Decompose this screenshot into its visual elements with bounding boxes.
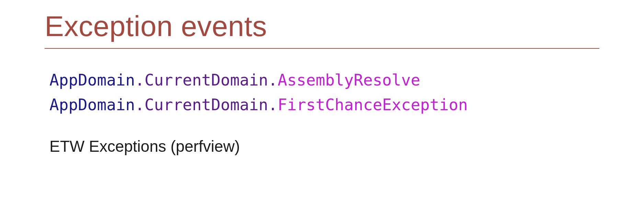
code-token-event: AssemblyResolve [278,71,420,89]
code-token-member: CurrentDomain [145,71,268,89]
code-token-dot: . [268,71,278,89]
code-line-2: AppDomain.CurrentDomain.FirstChanceExcep… [49,93,599,117]
code-token-event: FirstChanceException [278,95,468,114]
body-text: ETW Exceptions (perfview) [45,137,599,156]
slide: Exception events AppDomain.CurrentDomain… [0,0,644,217]
code-token-dot: . [268,95,278,114]
slide-title: Exception events [45,10,599,42]
code-token-type: AppDomain [49,95,135,114]
code-token-dot: . [135,95,145,114]
code-token-member: CurrentDomain [145,95,268,114]
code-block: AppDomain.CurrentDomain.AssemblyResolve … [45,68,599,117]
code-token-dot: . [135,71,145,89]
code-line-1: AppDomain.CurrentDomain.AssemblyResolve [49,68,599,92]
title-rule [45,48,599,49]
code-token-type: AppDomain [49,71,135,89]
